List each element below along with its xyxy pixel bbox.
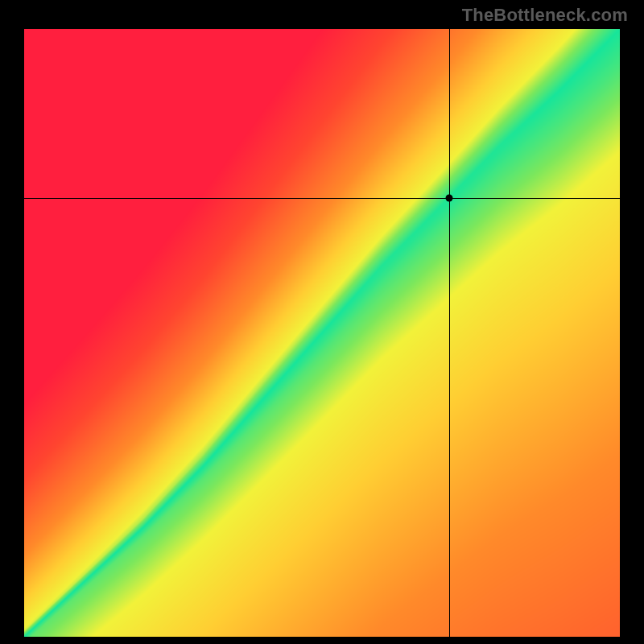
heatmap-canvas: [24, 29, 620, 637]
crosshair-horizontal: [24, 198, 620, 199]
marker-dot: [445, 194, 452, 201]
heatmap-plot: [24, 29, 620, 637]
watermark-text: TheBottleneck.com: [462, 5, 628, 26]
crosshair-vertical: [449, 29, 450, 637]
chart-container: TheBottleneck.com: [0, 0, 644, 644]
